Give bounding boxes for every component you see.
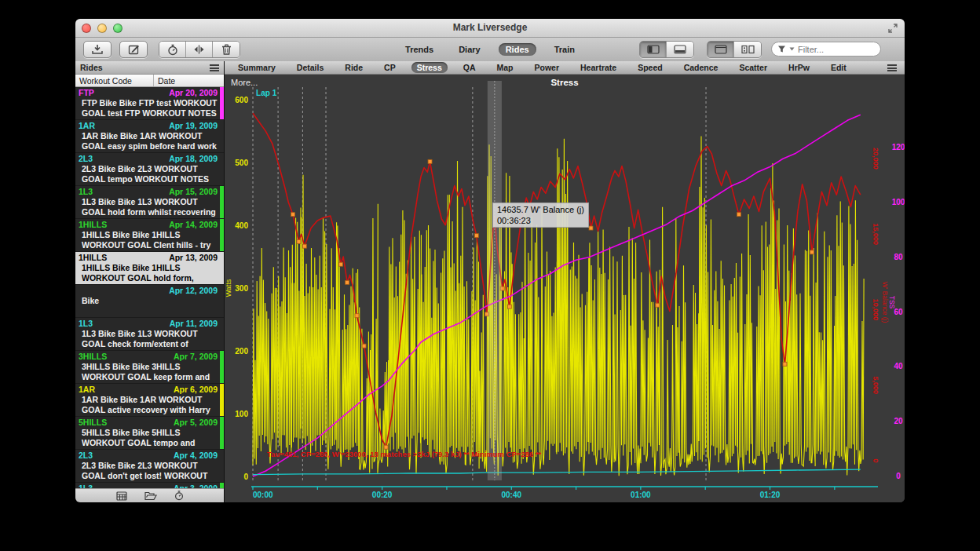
x-tick-label: 00:40 xyxy=(501,491,521,499)
ride-row[interactable]: 1ARApr 19, 20091AR Bike Bike 1AR WORKOUT… xyxy=(75,120,224,153)
wbal-tick-label: 0 xyxy=(872,458,879,462)
split-ride-button[interactable] xyxy=(186,42,213,57)
watts-tick-label: 100 xyxy=(235,410,248,418)
tab-speed[interactable]: Speed xyxy=(632,62,668,73)
tab-hrpw[interactable]: HrPw xyxy=(783,62,815,73)
tab-details[interactable]: Details xyxy=(291,62,329,73)
match-marker xyxy=(656,303,660,307)
ride-row[interactable]: 1L3Apr 11, 20091L3 Bike Bike 1L3 WORKOUT… xyxy=(75,318,224,351)
ride-code: 1HILLS xyxy=(79,220,107,230)
filter-field[interactable] xyxy=(771,42,881,57)
tab-cadence[interactable]: Cadence xyxy=(678,62,724,73)
x-tick-label: 00:00 xyxy=(253,491,273,499)
ride-list: FTPApr 20, 2009FTP Bike Bike FTP test WO… xyxy=(75,87,224,488)
calendar-icon[interactable] xyxy=(116,491,127,501)
ride-row[interactable]: 5HILLSApr 5, 20095HILLS Bike Bike 5HILLS… xyxy=(75,417,224,450)
scope-tab-diary[interactable]: Diary xyxy=(452,43,488,56)
ride-date: Apr 3, 2009 xyxy=(174,483,218,488)
ride-row[interactable]: 1HILLSApr 14, 20091HILLS Bike Bike 1HILL… xyxy=(75,219,224,252)
ride-row[interactable]: 1L3Apr 3, 2009 xyxy=(75,483,224,488)
wbal-annotation: Tau=451, CP=280, W'=23000, 18 matches >2… xyxy=(267,450,542,458)
ride-date: Apr 4, 2009 xyxy=(174,451,218,461)
stopwatch-icon[interactable] xyxy=(174,491,184,501)
ride-date: Apr 11, 2009 xyxy=(170,319,218,329)
toggle-bottombar-button[interactable] xyxy=(667,42,693,57)
ride-code: 1HILLS xyxy=(79,253,107,263)
match-marker xyxy=(589,226,593,230)
match-marker xyxy=(810,250,814,254)
chart-canvas[interactable]: 00:0000:2000:4001:0001:20010020030040050… xyxy=(225,75,905,502)
stress-chart[interactable]: More... Stress 00:0000:2000:4001:0001:20… xyxy=(225,75,905,502)
watts-tick-label: 300 xyxy=(235,284,248,293)
content-area: Rides Workout Code Date FTPApr 20, 2009F… xyxy=(75,61,905,502)
sidebar-menu-icon[interactable] xyxy=(210,64,219,71)
chevron-down-icon xyxy=(789,47,795,51)
tiled-view-button[interactable] xyxy=(734,42,761,57)
column-workout-code[interactable]: Workout Code xyxy=(75,75,154,86)
tab-map[interactable]: Map xyxy=(492,62,519,73)
tooltip-value: 14635.7 W' Balance (j) xyxy=(497,204,584,215)
tab-summary[interactable]: Summary xyxy=(232,62,281,73)
sidebar-header: Rides xyxy=(75,61,224,75)
chart-menu-icon[interactable] xyxy=(887,64,897,71)
fullscreen-icon[interactable] xyxy=(887,23,898,34)
delete-ride-button[interactable] xyxy=(213,42,240,57)
intervals-stopwatch-button[interactable] xyxy=(159,42,186,57)
column-date[interactable]: Date xyxy=(154,76,175,86)
download-ride-button[interactable] xyxy=(83,41,112,58)
scope-tab-trends[interactable]: Trends xyxy=(398,43,441,56)
sidebar-title: Rides xyxy=(80,63,103,72)
manual-entry-button[interactable] xyxy=(119,41,148,58)
scope-tab-rides[interactable]: Rides xyxy=(499,43,536,56)
ride-row[interactable]: 1HILLSApr 13, 20091HILLS Bike Bike 1HILL… xyxy=(75,252,224,285)
ride-date: Apr 6, 2009 xyxy=(174,385,218,395)
ride-row[interactable]: FTPApr 20, 2009FTP Bike Bike FTP test WO… xyxy=(75,87,224,120)
tab-power[interactable]: Power xyxy=(529,62,565,73)
match-marker xyxy=(384,445,388,449)
toggle-sidebar-button[interactable] xyxy=(640,42,667,57)
match-marker xyxy=(474,234,478,238)
ride-row[interactable]: 2L3Apr 4, 20092L3 Bike Bike 2L3 WORKOUT … xyxy=(75,450,224,483)
tss-tick-label: 80 xyxy=(894,253,903,261)
scope-tab-train[interactable]: Train xyxy=(547,43,582,56)
ride-date: Apr 7, 2009 xyxy=(174,352,218,362)
tab-scatter[interactable]: Scatter xyxy=(733,62,773,73)
ride-color-bar xyxy=(220,219,224,251)
tooltip-time: 00:36:23 xyxy=(497,215,584,226)
ride-date: Apr 12, 2009 xyxy=(169,286,218,296)
tab-heartrate[interactable]: Heartrate xyxy=(575,62,622,73)
ride-description: 2L3 Bike Bike 2L3 WORKOUT GOAL tempo WOR… xyxy=(79,164,218,184)
match-marker xyxy=(362,344,366,348)
wbal-tick-label: 5,000 xyxy=(872,376,879,394)
tab-ride[interactable]: Ride xyxy=(339,62,368,73)
ride-code: 1L3 xyxy=(79,483,93,488)
titlebar[interactable]: Mark Liversedge xyxy=(75,19,905,38)
ride-row[interactable]: 1ARApr 6, 20091AR Bike Bike 1AR WORKOUT … xyxy=(75,384,224,417)
chart-tooltip: 14635.7 W' Balance (j) 00:36:23 xyxy=(492,203,589,228)
ride-row[interactable]: 3HILLSApr 7, 20093HILLS Bike Bike 3HILLS… xyxy=(75,351,224,384)
ride-date: Apr 20, 2009 xyxy=(169,88,218,98)
x-tick-label: 00:20 xyxy=(372,491,393,499)
ride-description: FTP Bike Bike FTP test WORKOUT GOAL test… xyxy=(79,98,218,119)
rides-sidebar: Rides Workout Code Date FTPApr 20, 2009F… xyxy=(75,61,225,502)
folder-icon[interactable] xyxy=(144,491,157,501)
ride-color-bar xyxy=(220,384,224,416)
filter-input[interactable] xyxy=(798,45,868,54)
ride-row[interactable]: Apr 12, 2009Bike xyxy=(75,285,224,318)
sidebar-toggle-group xyxy=(639,41,694,58)
watts-axis-title: Watts xyxy=(225,279,232,297)
watts-tick-label: 400 xyxy=(235,221,248,230)
tab-edit[interactable]: Edit xyxy=(825,62,852,73)
single-view-button[interactable] xyxy=(708,42,734,57)
sidebar-footer xyxy=(75,488,224,502)
tab-cp[interactable]: CP xyxy=(378,62,401,73)
ride-row[interactable]: 2L3Apr 18, 20092L3 Bike Bike 2L3 WORKOUT… xyxy=(75,153,224,186)
ride-date: Apr 15, 2009 xyxy=(169,187,218,197)
ride-description: 3HILLS Bike Bike 3HILLS WORKOUT GOAL kee… xyxy=(79,362,218,382)
tab-qa[interactable]: QA xyxy=(458,62,481,73)
ride-row[interactable]: 1L3Apr 15, 20091L3 Bike Bike 1L3 WORKOUT… xyxy=(75,186,224,219)
tab-stress[interactable]: Stress xyxy=(411,62,448,73)
ride-code: 5HILLS xyxy=(79,418,107,428)
column-headers: Workout Code Date xyxy=(75,75,224,87)
watts-tick-label: 600 xyxy=(235,96,248,104)
